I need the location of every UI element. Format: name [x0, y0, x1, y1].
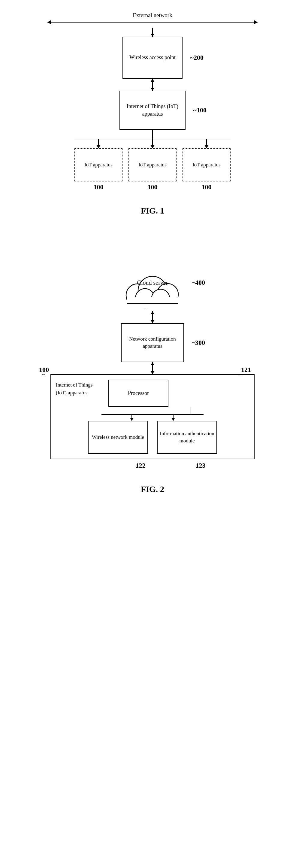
page: External network Wireless access point ~…: [0, 0, 305, 506]
iot-outer-label: Internet of Things (IoT) apparatus: [56, 380, 102, 397]
iot-main-ref: ~100: [193, 106, 207, 114]
netconfig-section: Network configuration apparatus ~300: [121, 323, 184, 362]
iot-outer-top-row: Internet of Things (IoT) apparatus Proce…: [56, 380, 249, 407]
wap-label: Wireless access point: [129, 54, 176, 61]
left-branch-line: [98, 140, 99, 148]
processor-section-tilde: ~: [239, 372, 242, 378]
processor-box: Processor: [108, 380, 168, 407]
auth-module-ref: 123: [196, 462, 206, 469]
iot-left-label: IoT apparatus: [84, 161, 112, 168]
module-refs-row: 122 123: [50, 462, 255, 469]
cloud-section: Cloud server ~400: [118, 270, 187, 310]
iot-outer-ref-tilde: ~: [42, 372, 45, 378]
three-branches: IoT apparatus 100 IoT apparatus 100: [74, 140, 231, 191]
wireless-module-ref: 122: [136, 462, 145, 469]
center-branch: IoT apparatus 100: [129, 140, 176, 191]
module-hline: [101, 414, 204, 415]
module-right-vline: [173, 415, 173, 421]
netconfig-box: Network configuration apparatus: [121, 323, 184, 362]
processor-label: Processor: [128, 390, 149, 397]
processor-section-ref: 121: [241, 366, 251, 374]
proc-connector: [102, 407, 249, 414]
iot-outer-box: 100 ~ 121 ~ Internet of Things (IoT) app…: [50, 374, 255, 459]
cloud-label: Cloud server: [118, 278, 187, 287]
iot-left-box: IoT apparatus: [74, 148, 123, 181]
proc-down-line: [191, 407, 191, 414]
wireless-module-label: Wireless network module: [92, 434, 144, 441]
iot-main-box: Internet of Things (IoT) apparatus: [120, 91, 185, 130]
external-network-section: External network: [47, 12, 258, 25]
right-branch-line: [206, 140, 207, 148]
cloud-svg: [118, 270, 187, 309]
module-hline-container: [101, 414, 204, 415]
iot-center-box: IoT apparatus: [129, 148, 176, 181]
fig2-caption: FIG. 2: [141, 485, 164, 494]
auth-module-section: Information authentication module: [157, 421, 217, 454]
arrow-netconfig-to-iot: [152, 362, 153, 374]
svg-rect-5: [127, 297, 178, 308]
arrow-wap-to-iot: [152, 79, 153, 91]
iot-center-label: IoT apparatus: [138, 161, 167, 168]
iot-right-box: IoT apparatus: [182, 148, 231, 181]
fig2-container: Cloud server ~400 Network configuration …: [18, 252, 287, 494]
module-branch-lines: [56, 415, 249, 421]
netconfig-label: Network configuration apparatus: [122, 336, 183, 350]
arrow-ext-to-wap: [152, 28, 153, 37]
wireless-module-section: Wireless network module: [88, 421, 148, 454]
branch-stem: [152, 130, 153, 139]
iot-left-ref: 100: [94, 183, 104, 191]
external-network-label: External network: [47, 12, 258, 19]
fig1-caption: FIG. 1: [141, 206, 164, 216]
right-branch: IoT apparatus 100: [182, 140, 231, 191]
wap-box: Wireless access point: [123, 37, 182, 79]
iot-center-ref: 100: [148, 183, 158, 191]
auth-module-label: Information authentication module: [158, 430, 216, 444]
iot-main-label: Internet of Things (IoT) apparatus: [120, 103, 185, 118]
wap-section: Wireless access point ~200: [123, 37, 182, 79]
fig1-container: External network Wireless access point ~…: [18, 12, 287, 228]
auth-module-box: Information authentication module: [157, 421, 217, 454]
iot-main-section: Internet of Things (IoT) apparatus ~100: [120, 91, 185, 130]
iot-outer-section: 100 ~ 121 ~ Internet of Things (IoT) app…: [50, 374, 255, 469]
center-branch-line: [152, 140, 153, 148]
module-row: Wireless network module Information auth…: [56, 421, 249, 454]
wireless-module-box: Wireless network module: [88, 421, 148, 454]
external-network-arrow: [47, 20, 258, 25]
left-branch: IoT apparatus 100: [74, 140, 123, 191]
cloud-ref: ~400: [192, 279, 205, 286]
arrow-cloud-to-netconfig: [152, 311, 153, 323]
iot-right-ref: 100: [202, 183, 212, 191]
netconfig-ref: ~300: [192, 339, 205, 347]
fig-spacer: [18, 228, 287, 252]
iot-right-label: IoT apparatus: [193, 161, 221, 168]
wap-ref: ~200: [190, 54, 204, 62]
module-left-vline: [132, 415, 132, 421]
